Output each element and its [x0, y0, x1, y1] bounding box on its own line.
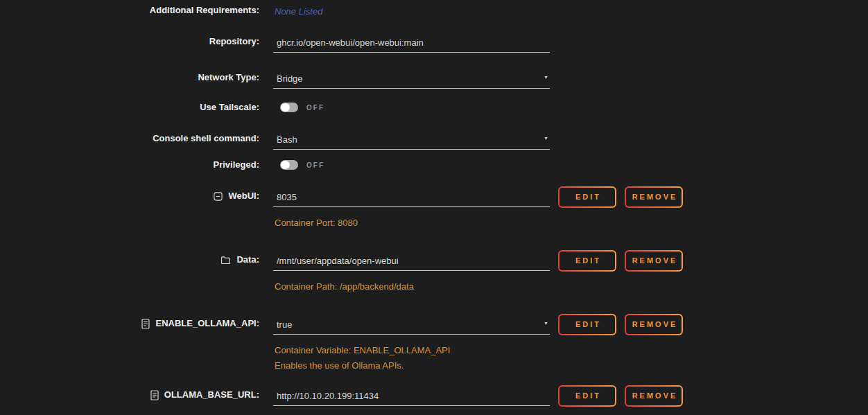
- remove-button[interactable]: REMOVE: [625, 186, 683, 208]
- row-control: Bash▼: [273, 133, 550, 150]
- row-label: WebUI:: [0, 186, 259, 202]
- chevron-down-icon: ▼: [544, 136, 548, 141]
- field-hint: Container Port: 8080: [275, 215, 550, 231]
- row-control: Container Path: /app/backend/data: [273, 250, 550, 294]
- field-hint: Container Path: /app/backend/data: [275, 279, 550, 294]
- privileged-toggle-row: OFF: [273, 159, 550, 170]
- row-control: true▼Container Variable: ENABLE_OLLAMA_A…: [273, 314, 550, 373]
- edit-button[interactable]: EDIT: [558, 314, 616, 335]
- toggle-knob: [281, 103, 290, 112]
- remove-button[interactable]: REMOVE: [625, 250, 683, 272]
- minus-square-icon: [214, 192, 223, 201]
- ollama-base-url-input[interactable]: [277, 391, 546, 402]
- row-control: OFF: [273, 102, 550, 113]
- console-shell-command-label: Console shell command:: [153, 133, 259, 144]
- console-shell-command-select[interactable]: Bash▼: [273, 133, 550, 150]
- data-input[interactable]: [277, 256, 546, 267]
- row-label: OLLAMA_BASE_URL:: [0, 385, 259, 400]
- additional-requirements-link[interactable]: None Listed: [273, 6, 322, 17]
- chevron-down-icon: ▼: [544, 321, 548, 326]
- row-control: Container Port: 8080: [273, 186, 550, 231]
- row-label: Console shell command:: [0, 133, 259, 144]
- form-row-console-shell-command: Console shell command:Bash▼: [0, 133, 868, 150]
- edit-button-label: EDIT: [559, 188, 615, 206]
- remove-button-label: REMOVE: [626, 251, 682, 270]
- chevron-down-icon: ▼: [544, 75, 548, 80]
- additional-requirements-label: Additional Requirements:: [150, 5, 259, 16]
- remove-button-label: REMOVE: [626, 188, 682, 206]
- toggle-knob: [281, 161, 290, 169]
- field-hints: Container Variable: ENABLE_OLLAMA_APIEna…: [273, 343, 550, 373]
- use-tailscale-toggle-row: OFF: [273, 102, 550, 113]
- ollama-base-url-field: [273, 389, 550, 406]
- repository-label: Repository:: [209, 36, 259, 47]
- edit-button[interactable]: EDIT: [558, 250, 616, 272]
- row-control: [273, 36, 550, 53]
- webui-label: WebUI:: [228, 191, 259, 202]
- form-row-privileged: Privileged:OFF: [0, 159, 868, 170]
- edit-button[interactable]: EDIT: [558, 385, 616, 407]
- remove-button-label: REMOVE: [626, 387, 682, 405]
- use-tailscale-toggle[interactable]: [280, 103, 298, 112]
- network-type-select[interactable]: Bridge▼: [273, 72, 550, 89]
- form-row-data: Data:Container Path: /app/backend/dataED…: [0, 250, 868, 294]
- row-label: Repository:: [0, 36, 259, 47]
- field-hints: Container Port: 8080: [273, 215, 550, 231]
- ollama-base-url-label: OLLAMA_BASE_URL:: [164, 389, 259, 400]
- network-type-label: Network Type:: [198, 72, 259, 83]
- data-field: [273, 254, 550, 271]
- repository-input[interactable]: [277, 37, 546, 48]
- row-label: ENABLE_OLLAMA_API:: [0, 314, 259, 329]
- form-row-webui: WebUI:Container Port: 8080EDITREMOVE: [0, 186, 868, 231]
- row-label: Privileged:: [0, 159, 259, 170]
- form-row-network-type: Network Type:Bridge▼: [0, 72, 868, 89]
- row-label: Data:: [0, 250, 259, 265]
- file-lines-icon: [141, 319, 150, 329]
- form-row-use-tailscale: Use Tailscale:OFF: [0, 102, 868, 113]
- row-label: Additional Requirements:: [0, 5, 259, 16]
- field-hints: Container Path: /app/backend/data: [273, 279, 550, 294]
- remove-button-label: REMOVE: [626, 315, 682, 334]
- edit-button-label: EDIT: [559, 387, 615, 405]
- form-row-additional-requirements: Additional Requirements:None Listed: [0, 5, 868, 17]
- settings-form: Additional Requirements:None ListedRepos…: [0, 0, 868, 415]
- network-type-select-value: Bridge: [277, 73, 303, 85]
- remove-button[interactable]: REMOVE: [625, 385, 683, 407]
- enable-ollama-api-label: ENABLE_OLLAMA_API:: [155, 318, 259, 329]
- field-hint: Container Variable: ENABLE_OLLAMA_API: [275, 343, 550, 358]
- privileged-toggle[interactable]: [280, 160, 298, 170]
- data-label: Data:: [236, 254, 259, 265]
- repository-field: [273, 36, 550, 53]
- privileged-label: Privileged:: [214, 159, 259, 170]
- row-actions: EDITREMOVE: [558, 314, 683, 335]
- use-tailscale-label: Use Tailscale:: [200, 102, 259, 113]
- webui-field: [273, 191, 550, 207]
- row-label: Network Type:: [0, 72, 259, 83]
- row-control: None Listed: [273, 5, 550, 17]
- row-control: Bridge▼: [273, 72, 550, 89]
- row-control: OFF: [273, 159, 550, 170]
- toggle-state-label: OFF: [306, 104, 324, 112]
- row-actions: EDITREMOVE: [558, 186, 683, 208]
- console-shell-command-select-value: Bash: [277, 134, 297, 145]
- edit-button[interactable]: EDIT: [558, 186, 616, 208]
- webui-input[interactable]: [277, 192, 546, 203]
- edit-button-label: EDIT: [559, 315, 615, 334]
- toggle-state-label: OFF: [306, 161, 324, 169]
- file-lines-icon: [150, 390, 159, 400]
- folder-icon: [220, 256, 231, 265]
- row-control: Container Variable: OLLAMA_BASE_URL: [273, 385, 550, 415]
- field-hint: Enables the use of Ollama APIs.: [275, 358, 550, 373]
- edit-button-label: EDIT: [559, 251, 615, 270]
- docker-container-settings-page: Additional Requirements:None ListedRepos…: [0, 0, 868, 415]
- enable-ollama-api-select-value: true: [277, 319, 292, 330]
- form-row-ollama-base-url: OLLAMA_BASE_URL:Container Variable: OLLA…: [0, 385, 868, 415]
- form-row-enable-ollama-api: ENABLE_OLLAMA_API:true▼Container Variabl…: [0, 314, 868, 373]
- row-label: Use Tailscale:: [0, 102, 259, 113]
- row-actions: EDITREMOVE: [558, 385, 683, 407]
- row-actions: EDITREMOVE: [558, 250, 683, 272]
- remove-button[interactable]: REMOVE: [625, 314, 683, 335]
- enable-ollama-api-select[interactable]: true▼: [273, 318, 550, 335]
- form-row-repository: Repository:: [0, 36, 868, 53]
